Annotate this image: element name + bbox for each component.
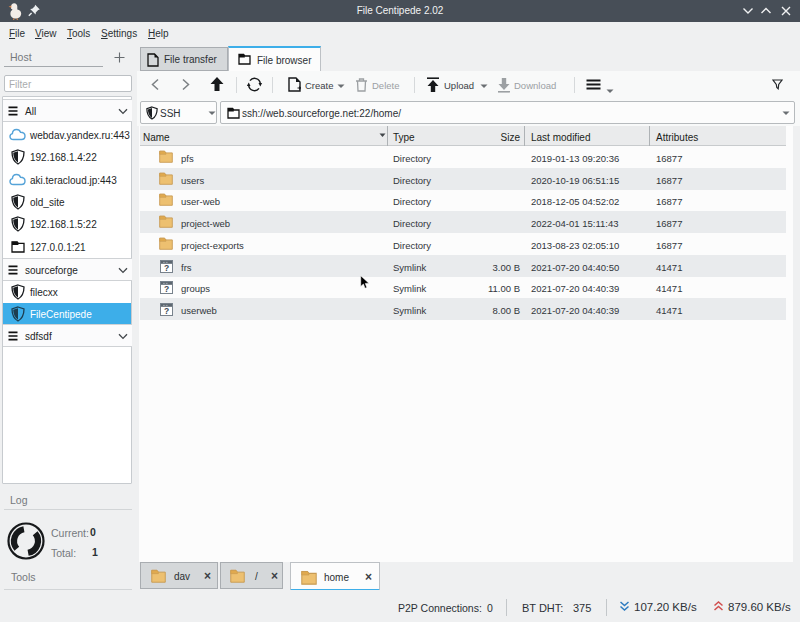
svg-text:?: ? [164, 262, 169, 272]
svg-text:?: ? [164, 284, 169, 294]
svg-text:?: ? [164, 305, 169, 315]
